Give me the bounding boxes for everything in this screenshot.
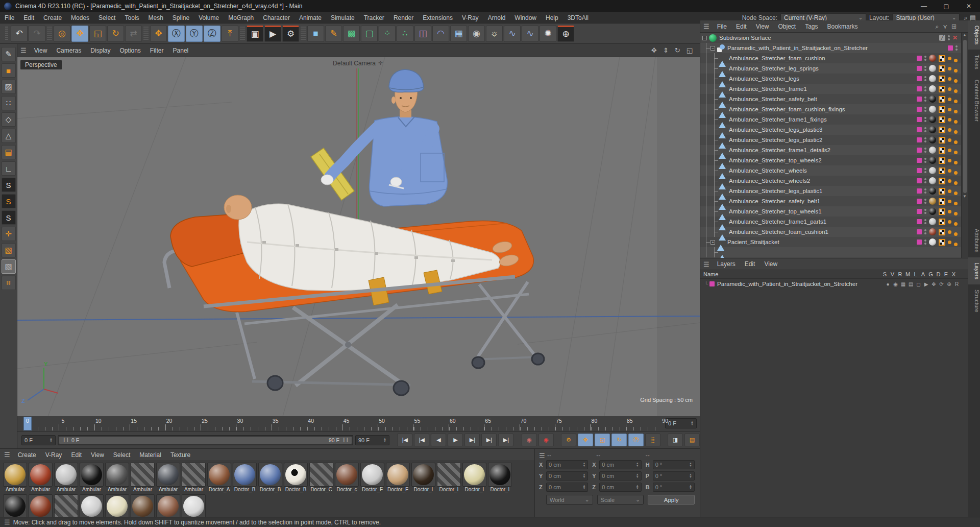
apply-button[interactable]: Apply: [648, 495, 695, 505]
material-thumbnail-ambular[interactable]: Ambular: [131, 463, 155, 493]
phong-tag-icon[interactable]: [948, 189, 951, 193]
object-row-ambulance-stretcher-safety-belt[interactable]: Ambulance_Stretcher_safety_belt: [700, 94, 968, 104]
viewport-menu-view[interactable]: View: [30, 45, 52, 56]
menu-modes[interactable]: Modes: [66, 12, 94, 23]
layer-color-swatch[interactable]: [917, 56, 922, 61]
render-icon[interactable]: ▦: [899, 281, 907, 287]
object-tree-scrollbar[interactable]: ▲ ▼: [961, 33, 968, 258]
menu-v-ray[interactable]: V-Ray: [457, 12, 483, 23]
primitive-cube-button[interactable]: ■: [307, 26, 324, 42]
toolbar-grip[interactable]: [5, 27, 8, 41]
visibility-dots-icon[interactable]: [924, 56, 926, 61]
layer-color-swatch[interactable]: [917, 239, 922, 245]
enable-snap-button[interactable]: ▧: [2, 243, 16, 257]
object-row-ambulance-stretcher-legs-plastic1[interactable]: Ambulance_Stretcher_legs_plastic1: [700, 186, 968, 196]
generators-icon[interactable]: ✥: [930, 281, 938, 287]
material-menu-v-ray[interactable]: V-Ray: [41, 449, 67, 461]
selection-tag-icon[interactable]: [954, 181, 958, 185]
material-thumbnail-doctor-b[interactable]: Doctor_B: [233, 463, 257, 493]
object-row-ambulance-stretcher-foam-cushion1[interactable]: Ambulance_Stretcher_foam_cushion1: [700, 227, 968, 237]
material-menu-material[interactable]: Material: [135, 449, 166, 461]
menu-mograph[interactable]: MoGraph: [224, 12, 258, 23]
expressions-icon[interactable]: ⊕: [945, 281, 953, 287]
material-thumbnail-doctor-i[interactable]: Doctor_I: [437, 463, 461, 493]
menu-3dtoall[interactable]: 3DToAll: [563, 12, 593, 23]
material-thumbnail-ambular[interactable]: Ambular: [29, 463, 53, 493]
orbit-icon[interactable]: ↻: [675, 46, 680, 54]
goto-end-button[interactable]: ▶|: [498, 434, 513, 446]
lock-icon[interactable]: ◻: [915, 281, 922, 287]
uvw-tag-icon[interactable]: [939, 198, 945, 205]
array-button[interactable]: ∴: [397, 26, 413, 42]
last-tool-button[interactable]: ⇄: [125, 26, 142, 42]
visibility-dots-icon[interactable]: [924, 209, 926, 214]
material-thumbnail[interactable]: [29, 494, 53, 517]
stepper-icon[interactable]: ▲▼: [582, 462, 585, 467]
visibility-dots-icon[interactable]: [924, 97, 926, 102]
object-row-ambulance-stretcher-legs[interactable]: Ambulance_Stretcher_legs: [700, 74, 968, 84]
edge-mode-button[interactable]: ◇: [2, 112, 16, 127]
visibility-dots-icon[interactable]: [924, 76, 926, 81]
uvw-tag-icon[interactable]: [939, 55, 945, 62]
viewport-menu-panel[interactable]: Panel: [168, 45, 193, 56]
expander-icon[interactable]: −: [710, 46, 715, 51]
material-thumbnail-ambular[interactable]: Ambular: [54, 463, 78, 493]
visibility-dots-icon[interactable]: [924, 188, 926, 194]
texture-axis-mode-button[interactable]: ▤: [2, 145, 16, 159]
menu-edit[interactable]: Edit: [19, 12, 39, 23]
model-mode-button[interactable]: ■: [2, 63, 16, 78]
layer-color-swatch[interactable]: [948, 45, 953, 51]
material-thumbnail-doctor-b[interactable]: Doctor_B: [258, 463, 282, 493]
phong-tag-icon[interactable]: [948, 67, 951, 70]
stepper-icon[interactable]: ▲▼: [689, 485, 692, 490]
selection-tag-icon[interactable]: [954, 202, 958, 205]
phong-tag-icon[interactable]: [948, 87, 951, 91]
scale-tool-button[interactable]: ◱: [89, 26, 106, 42]
quantize-button[interactable]: ⌗: [2, 276, 16, 290]
material-menu-create[interactable]: Create: [13, 449, 41, 461]
layer-color-swatch[interactable]: [709, 281, 715, 286]
selection-tag-icon[interactable]: [954, 79, 958, 83]
layer-row-paramedic-with-patient-in-straitjacket-on-stretcher[interactable]: └Paramedic_with_Patient_in_Straitjacket_…: [700, 279, 968, 289]
visibility-dots-icon[interactable]: [924, 199, 926, 204]
menu-create[interactable]: Create: [39, 12, 66, 23]
phong-tag-icon[interactable]: [948, 241, 951, 244]
viewport-solo-hierarchy-button[interactable]: S: [2, 210, 16, 225]
uvw-tag-icon[interactable]: [939, 178, 945, 184]
coordinate-input-p[interactable]: 0 °▲▼: [653, 471, 695, 481]
render-picture-viewer-button[interactable]: ▶: [264, 26, 281, 42]
menu-help[interactable]: Help: [541, 12, 563, 23]
stepper-icon[interactable]: ▲▼: [636, 462, 639, 467]
material-thumbnail-ambular[interactable]: Ambular: [105, 463, 129, 493]
object-row-ambulance-stretcher-wheels[interactable]: Ambulance_Stretcher_wheels: [700, 165, 968, 176]
eye-icon[interactable]: ◉: [892, 281, 899, 287]
floor-button[interactable]: ▦: [450, 26, 467, 42]
layer-color-swatch[interactable]: [917, 76, 922, 81]
visibility-dots-icon[interactable]: [924, 127, 926, 132]
selection-tag-icon[interactable]: [954, 171, 958, 175]
frame-range-slider[interactable]: ❙❙ 0 F 90 F ❙❙: [58, 435, 353, 445]
material-tag-icon[interactable]: [929, 208, 936, 215]
frame-field[interactable]: 0 F ▲▼: [665, 418, 697, 428]
key-position-button[interactable]: ✥: [578, 434, 593, 446]
world-select[interactable]: World⌄: [546, 495, 593, 505]
phong-tag-icon[interactable]: [948, 118, 951, 122]
uvw-tag-icon[interactable]: [939, 116, 945, 123]
material-menu-select[interactable]: Select: [109, 449, 135, 461]
undo-button[interactable]: ↶: [11, 26, 28, 42]
visibility-dots-icon[interactable]: [924, 86, 926, 91]
phong-tag-icon[interactable]: [948, 210, 951, 213]
cloner-button[interactable]: ⁘: [379, 26, 396, 42]
viewport-solo-off-button[interactable]: S: [2, 178, 16, 192]
animation-icon[interactable]: ▶: [922, 281, 930, 287]
selection-tag-icon[interactable]: [954, 59, 958, 62]
selection-tag-icon[interactable]: [954, 151, 958, 154]
visibility-dots-icon[interactable]: [924, 107, 926, 112]
phong-tag-icon[interactable]: [948, 169, 951, 173]
stepper-icon[interactable]: ▲▼: [689, 473, 692, 478]
material-thumbnail-doctor-i[interactable]: Doctor_I: [411, 463, 435, 493]
record-objects-button[interactable]: ◉: [522, 434, 537, 446]
tab-objects[interactable]: Objects: [968, 20, 980, 50]
filter-icon[interactable]: ⋎: [943, 23, 947, 30]
layer-color-swatch[interactable]: [917, 229, 922, 234]
